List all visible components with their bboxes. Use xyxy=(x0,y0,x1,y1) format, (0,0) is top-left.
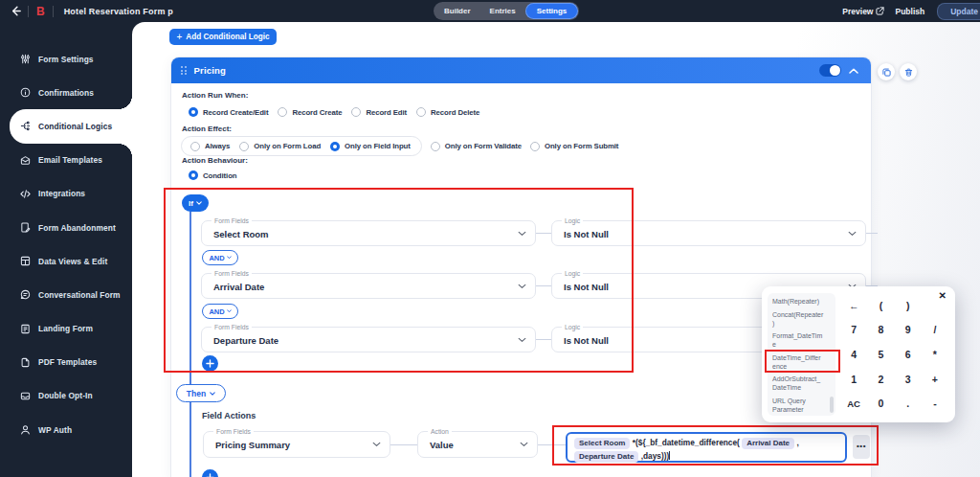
formula-input[interactable]: Select Room *(${_bf_datetime_difference(… xyxy=(566,432,847,463)
sidebar-item-pdf-templates[interactable]: PDF Templates xyxy=(0,346,132,379)
top-bar: B Hotel Reservation Form p Builder Entri… xyxy=(0,0,980,22)
sidebar-item-label: Conversational Form xyxy=(38,290,121,300)
key-empty xyxy=(922,293,948,318)
sidebar-item-label: Email Templates xyxy=(38,155,102,165)
condition-3-field-select[interactable]: Form Fields Departure Date xyxy=(201,327,536,352)
sidebar-item-email-templates[interactable]: Email Templates xyxy=(0,144,132,177)
external-link-icon xyxy=(876,7,884,15)
sidebar-item-wp-auth[interactable]: WP Auth xyxy=(0,413,132,446)
radio-only-on-form-load[interactable]: Only on Form Load xyxy=(239,142,321,151)
key-3[interactable]: 3 xyxy=(895,367,922,392)
action-type-select[interactable]: Action Value xyxy=(417,431,538,458)
radio-icon xyxy=(416,107,426,117)
and-operator-chip[interactable]: AND xyxy=(202,304,238,319)
condition-1-field-select[interactable]: Form Fields Select Room xyxy=(201,220,536,246)
duplicate-button[interactable] xyxy=(878,63,895,80)
key-5[interactable]: 5 xyxy=(867,342,894,367)
sidebar-item-data-views[interactable]: Data Views & Edit xyxy=(0,244,132,278)
mail-icon xyxy=(20,155,31,166)
radio-icon xyxy=(431,142,440,151)
tab-builder[interactable]: Builder xyxy=(434,3,480,19)
radio-label: Only on Form Validate xyxy=(445,142,522,150)
radio-only-on-form-submit[interactable]: Only on Form Submit xyxy=(530,142,618,151)
tab-entries[interactable]: Entries xyxy=(480,3,525,19)
key-0[interactable]: 0 xyxy=(867,391,894,416)
then-dropdown[interactable]: Then xyxy=(176,384,226,402)
key-divide[interactable]: / xyxy=(922,318,948,343)
key-8[interactable]: 8 xyxy=(867,318,894,343)
sidebar-item-double-opt-in[interactable]: Double Opt-In xyxy=(0,379,132,413)
sidebar-item-form-abandonment[interactable]: Form Abandonment xyxy=(0,211,132,244)
preview-label: Preview xyxy=(842,7,873,16)
scrollbar-thumb[interactable] xyxy=(830,397,834,413)
key-4[interactable]: 4 xyxy=(840,342,867,367)
field-chip: Arrival Date xyxy=(742,438,794,449)
branch-icon xyxy=(20,121,31,131)
radio-record-edit[interactable]: Record Edit xyxy=(351,107,407,117)
sidebar-item-landing-form[interactable]: Landing Form xyxy=(0,312,132,346)
add-conditional-logic-button[interactable]: + Add Conditional Logic xyxy=(169,29,277,45)
function-url-query-parameter[interactable]: URL Query Parameter xyxy=(772,397,824,414)
if-dropdown[interactable]: If xyxy=(182,194,209,212)
key-1[interactable]: 1 xyxy=(840,367,867,392)
radio-record-delete[interactable]: Record Delete xyxy=(416,107,479,117)
key-clear[interactable]: AC xyxy=(840,391,867,416)
key-backspace[interactable]: ← xyxy=(840,293,867,318)
key-minus[interactable]: - xyxy=(922,391,948,416)
action-behaviour-label: Action Behaviour: xyxy=(182,156,248,165)
condition-1-logic-select[interactable]: Logic Is Not Null xyxy=(551,220,866,246)
action-label: Action xyxy=(428,428,452,435)
and-operator-chip[interactable]: AND xyxy=(202,250,238,265)
radio-only-on-field-input[interactable]: Only on Field Input xyxy=(330,142,411,151)
card-header[interactable]: Pricing xyxy=(171,57,871,83)
delete-button[interactable] xyxy=(900,63,917,80)
radio-record-create-edit[interactable]: Record Create/Edit xyxy=(189,107,268,117)
card-title: Pricing xyxy=(194,65,227,76)
enable-toggle[interactable] xyxy=(819,64,841,77)
function-format-datetime[interactable]: Format_DateTime xyxy=(772,331,824,349)
action-field-select[interactable]: Form Fields Pricing Summary xyxy=(203,431,390,458)
key-multiply[interactable]: * xyxy=(922,342,948,367)
key-2[interactable]: 2 xyxy=(867,367,894,392)
key-close-paren[interactable]: ) xyxy=(895,293,922,318)
logic-value: Is Not Null xyxy=(564,282,609,292)
field-label: Form Fields xyxy=(212,217,252,224)
function-math-repeater[interactable]: Math(Repeater) xyxy=(772,297,824,306)
logic-label: Logic xyxy=(562,217,583,224)
sidebar-item-label: Integrations xyxy=(38,189,85,198)
radio-only-on-form-validate[interactable]: Only on Form Validate xyxy=(431,142,522,151)
radio-condition[interactable]: Condition xyxy=(189,170,236,180)
key-decimal[interactable]: . xyxy=(895,391,922,416)
preview-button[interactable]: Preview xyxy=(842,7,884,16)
sidebar-item-conversational-form[interactable]: Conversational Form xyxy=(0,278,132,311)
update-button[interactable]: Update xyxy=(937,3,980,20)
function-addorsubtract-datetime[interactable]: AddOrSubtract_DateTime xyxy=(772,375,824,392)
key-open-paren[interactable]: ( xyxy=(867,293,894,318)
radio-always[interactable]: Always xyxy=(190,142,230,151)
drag-handle-icon[interactable] xyxy=(181,66,187,75)
publish-button[interactable]: Publish xyxy=(895,7,924,16)
key-7[interactable]: 7 xyxy=(840,318,867,343)
back-button[interactable] xyxy=(9,5,22,18)
condition-2-field-select[interactable]: Form Fields Arrival Date xyxy=(201,273,536,299)
action-value: Value xyxy=(430,440,454,450)
sidebar-item-integrations[interactable]: Integrations xyxy=(0,177,132,211)
key-6[interactable]: 6 xyxy=(895,342,922,367)
collapse-chevron-icon[interactable] xyxy=(849,68,858,74)
function-concat-repeater[interactable]: Concat(Repeater) xyxy=(772,310,824,328)
key-plus[interactable]: + xyxy=(922,367,948,392)
function-datetime-difference[interactable]: DateTime_Difference xyxy=(772,353,824,371)
page-icon xyxy=(20,324,31,334)
key-9[interactable]: 9 xyxy=(895,318,922,343)
tab-settings[interactable]: Settings xyxy=(525,3,579,19)
sidebar-item-form-settings[interactable]: Form Settings xyxy=(0,42,132,76)
sidebar-item-conditional-logics[interactable]: Conditional Logics xyxy=(10,109,132,143)
table-icon xyxy=(20,256,31,266)
sidebar-item-label: Landing Form xyxy=(38,324,93,333)
sidebar-item-confirmations[interactable]: Confirmations xyxy=(0,76,132,109)
formula-more-button[interactable]: ••• xyxy=(853,435,870,459)
code-icon xyxy=(20,189,31,199)
radio-record-create[interactable]: Record Create xyxy=(278,107,342,117)
chevron-down-icon xyxy=(372,443,381,447)
add-condition-button[interactable] xyxy=(202,355,218,372)
